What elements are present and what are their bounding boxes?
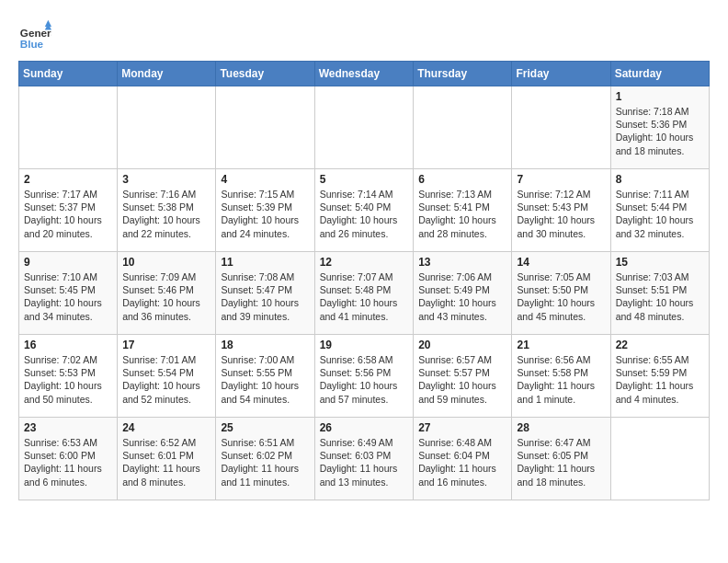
day-cell: 2Sunrise: 7:17 AMSunset: 5:37 PMDaylight… — [19, 169, 118, 252]
day-number: 3 — [122, 173, 210, 186]
day-number: 8 — [616, 173, 704, 186]
day-info: Sunrise: 6:52 AMSunset: 6:01 PMDaylight:… — [122, 436, 210, 488]
day-number: 15 — [616, 256, 704, 269]
day-number: 4 — [221, 173, 309, 186]
day-cell: 27Sunrise: 6:48 AMSunset: 6:04 PMDayligh… — [414, 418, 512, 500]
day-cell: 13Sunrise: 7:06 AMSunset: 5:49 PMDayligh… — [414, 252, 512, 335]
day-info: Sunrise: 7:09 AMSunset: 5:46 PMDaylight:… — [122, 270, 210, 323]
page-header: General Blue — [18, 18, 710, 52]
day-number: 26 — [320, 421, 409, 434]
day-info: Sunrise: 7:06 AMSunset: 5:49 PMDaylight:… — [418, 270, 506, 323]
day-number: 23 — [24, 421, 112, 434]
day-cell: 8Sunrise: 7:11 AMSunset: 5:44 PMDaylight… — [610, 169, 709, 252]
day-number: 17 — [122, 339, 210, 351]
day-info: Sunrise: 7:00 AMSunset: 5:55 PMDaylight:… — [221, 353, 309, 406]
day-cell: 22Sunrise: 6:55 AMSunset: 5:59 PMDayligh… — [610, 335, 709, 418]
day-info: Sunrise: 7:07 AMSunset: 5:48 PMDaylight:… — [320, 270, 409, 323]
day-header-friday: Friday — [512, 62, 610, 86]
day-cell: 12Sunrise: 7:07 AMSunset: 5:48 PMDayligh… — [314, 252, 414, 335]
day-cell: 9Sunrise: 7:10 AMSunset: 5:45 PMDaylight… — [19, 252, 118, 335]
day-info: Sunrise: 7:02 AMSunset: 5:53 PMDaylight:… — [24, 353, 112, 406]
day-number: 7 — [517, 173, 605, 186]
day-cell: 10Sunrise: 7:09 AMSunset: 5:46 PMDayligh… — [118, 252, 216, 335]
day-info: Sunrise: 6:53 AMSunset: 6:00 PMDaylight:… — [24, 436, 112, 488]
day-info: Sunrise: 6:49 AMSunset: 6:03 PMDaylight:… — [320, 436, 409, 488]
day-header-tuesday: Tuesday — [216, 62, 314, 86]
day-header-monday: Monday — [118, 62, 216, 86]
logo-icon: General Blue — [18, 18, 51, 52]
day-cell — [414, 86, 512, 169]
day-info: Sunrise: 6:51 AMSunset: 6:02 PMDaylight:… — [221, 436, 309, 488]
day-cell: 28Sunrise: 6:47 AMSunset: 6:05 PMDayligh… — [512, 418, 610, 500]
day-number: 9 — [24, 256, 112, 269]
day-cell — [512, 86, 610, 169]
day-info: Sunrise: 6:57 AMSunset: 5:57 PMDaylight:… — [418, 353, 506, 406]
day-cell: 18Sunrise: 7:00 AMSunset: 5:55 PMDayligh… — [216, 335, 314, 418]
day-header-saturday: Saturday — [610, 62, 709, 86]
day-cell — [216, 86, 314, 169]
day-info: Sunrise: 7:17 AMSunset: 5:37 PMDaylight:… — [24, 188, 112, 240]
day-info: Sunrise: 7:18 AMSunset: 5:36 PMDaylight:… — [616, 105, 704, 157]
day-cell: 6Sunrise: 7:13 AMSunset: 5:41 PMDaylight… — [414, 169, 512, 252]
day-info: Sunrise: 7:11 AMSunset: 5:44 PMDaylight:… — [616, 188, 704, 240]
day-cell — [610, 418, 709, 500]
day-number: 27 — [418, 421, 506, 434]
day-info: Sunrise: 7:15 AMSunset: 5:39 PMDaylight:… — [221, 188, 309, 240]
day-cell: 11Sunrise: 7:08 AMSunset: 5:47 PMDayligh… — [216, 252, 314, 335]
week-row-3: 9Sunrise: 7:10 AMSunset: 5:45 PMDaylight… — [19, 252, 710, 335]
day-cell: 23Sunrise: 6:53 AMSunset: 6:00 PMDayligh… — [19, 418, 118, 500]
day-info: Sunrise: 6:58 AMSunset: 5:56 PMDaylight:… — [320, 353, 409, 406]
day-info: Sunrise: 6:56 AMSunset: 5:58 PMDaylight:… — [517, 353, 605, 406]
svg-text:Blue: Blue — [20, 38, 44, 50]
week-row-4: 16Sunrise: 7:02 AMSunset: 5:53 PMDayligh… — [19, 335, 710, 418]
day-cell: 15Sunrise: 7:03 AMSunset: 5:51 PMDayligh… — [610, 252, 709, 335]
day-info: Sunrise: 7:03 AMSunset: 5:51 PMDaylight:… — [616, 270, 704, 323]
day-cell: 20Sunrise: 6:57 AMSunset: 5:57 PMDayligh… — [414, 335, 512, 418]
day-info: Sunrise: 7:10 AMSunset: 5:45 PMDaylight:… — [24, 270, 112, 323]
day-number: 14 — [517, 256, 605, 269]
day-header-wednesday: Wednesday — [314, 62, 414, 86]
day-cell: 7Sunrise: 7:12 AMSunset: 5:43 PMDaylight… — [512, 169, 610, 252]
day-cell — [19, 86, 118, 169]
day-cell: 16Sunrise: 7:02 AMSunset: 5:53 PMDayligh… — [19, 335, 118, 418]
day-number: 1 — [616, 90, 704, 103]
day-number: 22 — [616, 339, 704, 351]
day-info: Sunrise: 6:55 AMSunset: 5:59 PMDaylight:… — [616, 353, 704, 406]
day-cell: 14Sunrise: 7:05 AMSunset: 5:50 PMDayligh… — [512, 252, 610, 335]
day-number: 25 — [221, 421, 309, 434]
day-header-row: SundayMondayTuesdayWednesdayThursdayFrid… — [19, 62, 710, 86]
week-row-2: 2Sunrise: 7:17 AMSunset: 5:37 PMDaylight… — [19, 169, 710, 252]
day-number: 5 — [320, 173, 409, 186]
day-number: 24 — [122, 421, 210, 434]
day-cell — [314, 86, 414, 169]
day-cell — [118, 86, 216, 169]
day-cell: 5Sunrise: 7:14 AMSunset: 5:40 PMDaylight… — [314, 169, 414, 252]
day-cell: 19Sunrise: 6:58 AMSunset: 5:56 PMDayligh… — [314, 335, 414, 418]
day-cell: 24Sunrise: 6:52 AMSunset: 6:01 PMDayligh… — [118, 418, 216, 500]
day-info: Sunrise: 7:12 AMSunset: 5:43 PMDaylight:… — [517, 188, 605, 240]
day-info: Sunrise: 6:48 AMSunset: 6:04 PMDaylight:… — [418, 436, 506, 488]
day-number: 13 — [418, 256, 506, 269]
day-info: Sunrise: 7:16 AMSunset: 5:38 PMDaylight:… — [122, 188, 210, 240]
day-info: Sunrise: 7:01 AMSunset: 5:54 PMDaylight:… — [122, 353, 210, 406]
day-cell: 26Sunrise: 6:49 AMSunset: 6:03 PMDayligh… — [314, 418, 414, 500]
day-info: Sunrise: 7:13 AMSunset: 5:41 PMDaylight:… — [418, 188, 506, 240]
logo: General Blue — [18, 18, 59, 52]
day-cell: 3Sunrise: 7:16 AMSunset: 5:38 PMDaylight… — [118, 169, 216, 252]
day-cell: 21Sunrise: 6:56 AMSunset: 5:58 PMDayligh… — [512, 335, 610, 418]
day-number: 19 — [320, 339, 409, 351]
day-number: 10 — [122, 256, 210, 269]
day-info: Sunrise: 7:14 AMSunset: 5:40 PMDaylight:… — [320, 188, 409, 240]
day-number: 18 — [221, 339, 309, 351]
day-cell: 17Sunrise: 7:01 AMSunset: 5:54 PMDayligh… — [118, 335, 216, 418]
day-header-sunday: Sunday — [19, 62, 118, 86]
day-header-thursday: Thursday — [414, 62, 512, 86]
day-number: 11 — [221, 256, 309, 269]
day-number: 2 — [24, 173, 112, 186]
day-number: 16 — [24, 339, 112, 351]
calendar-header: SundayMondayTuesdayWednesdayThursdayFrid… — [19, 62, 710, 86]
calendar-table: SundayMondayTuesdayWednesdayThursdayFrid… — [18, 61, 710, 500]
day-cell: 1Sunrise: 7:18 AMSunset: 5:36 PMDaylight… — [610, 86, 709, 169]
day-number: 12 — [320, 256, 409, 269]
day-cell: 4Sunrise: 7:15 AMSunset: 5:39 PMDaylight… — [216, 169, 314, 252]
